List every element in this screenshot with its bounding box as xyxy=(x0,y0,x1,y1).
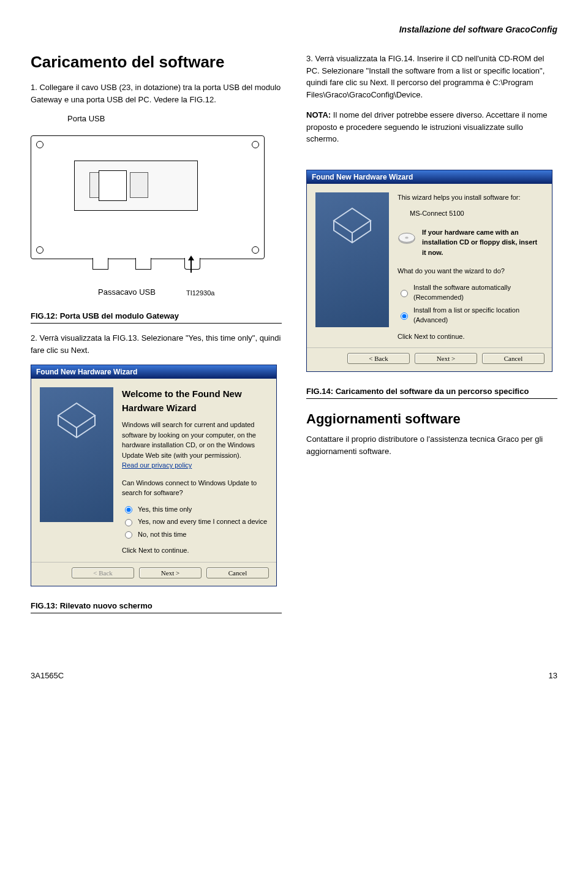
wizard1-radio-yes-always[interactable]: Yes, now and every time I connect a devi… xyxy=(122,517,268,527)
passacavo-label: Passacavo USB xyxy=(98,287,156,297)
page-breadcrumb: Installazione del software GracoConfig xyxy=(31,25,557,34)
wizard2-back-button[interactable]: < Back xyxy=(347,353,410,364)
wizard2-window: Found New Hardware Wizard xyxy=(306,170,552,373)
svg-point-2 xyxy=(405,237,409,238)
wizard1-description: Windows will search for current and upda… xyxy=(122,420,268,460)
wizard2-radio-auto[interactable]: Install the software automatically (Reco… xyxy=(398,282,543,303)
arrow-to-passacavo xyxy=(190,257,192,273)
wizard1-window: Found New Hardware Wizard xyxy=(31,365,277,586)
fig14-caption: FIG.14: Caricamento del software da un p… xyxy=(306,387,557,399)
step-2: 2. Verrà visualizzata la FIG.13. Selezio… xyxy=(31,332,282,356)
section-title: Caricamento del software xyxy=(31,53,282,72)
privacy-link[interactable]: Read our privacy policy xyxy=(122,461,192,469)
wizard2-cancel-button[interactable]: Cancel xyxy=(482,353,545,364)
aggiornamenti-text: Contattare il proprio distributore o l'a… xyxy=(306,433,557,457)
ti-code: TI12930a xyxy=(186,289,214,297)
porta-usb-label: Porta USB xyxy=(67,114,282,123)
wizard-side-graphic xyxy=(40,387,113,556)
gateway-diagram xyxy=(31,135,282,259)
footer-docnum: 3A1565C xyxy=(31,671,64,680)
wizard1-continue: Click Next to continue. xyxy=(122,545,268,556)
wizard2-device: MS-Connect 5100 xyxy=(410,208,543,219)
aggiornamenti-title: Aggiornamenti software xyxy=(306,411,557,427)
wizard2-question: What do you want the wizard to do? xyxy=(398,266,543,276)
wizard1-question: Can Windows connect to Windows Update to… xyxy=(122,478,268,498)
wizard2-cd-text: If your hardware came with an installati… xyxy=(422,227,543,258)
wizard1-radio-yes-once[interactable]: Yes, this time only xyxy=(122,504,268,515)
footer-page: 13 xyxy=(549,671,557,680)
wizard1-radio-no[interactable]: No, not this time xyxy=(122,529,268,540)
wizard2-continue: Click Next to continue. xyxy=(398,331,543,342)
nota-text: NOTA: NOTA: Il nome del driver potrebbe … xyxy=(306,109,557,145)
step-3: 3. Verrà visualizzata la FIG.14. Inserir… xyxy=(306,53,557,100)
wizard1-cancel-button[interactable]: Cancel xyxy=(206,567,269,578)
wizard2-next-button[interactable]: Next > xyxy=(415,353,477,364)
fig12-caption: FIG.12: Porta USB del modulo Gateway xyxy=(31,311,282,324)
wizard1-back-button: < Back xyxy=(72,567,134,578)
fig13-caption: FIG.13: Rilevato nuovo schermo xyxy=(31,601,282,613)
wizard1-titlebar: Found New Hardware Wizard xyxy=(31,365,276,379)
wizard2-help-line: This wizard helps you install software f… xyxy=(398,192,543,203)
cd-icon xyxy=(398,227,416,246)
wizard2-titlebar: Found New Hardware Wizard xyxy=(307,170,552,184)
wizard1-welcome: Welcome to the Found New Hardware Wizard xyxy=(122,387,268,415)
step-1: 1. Collegare il cavo USB (23, in dotazio… xyxy=(31,81,282,105)
wizard1-next-button[interactable]: Next > xyxy=(139,567,202,578)
wizard2-radio-specific[interactable]: Install from a list or specific location… xyxy=(398,305,543,325)
wizard2-side-graphic xyxy=(315,192,389,342)
